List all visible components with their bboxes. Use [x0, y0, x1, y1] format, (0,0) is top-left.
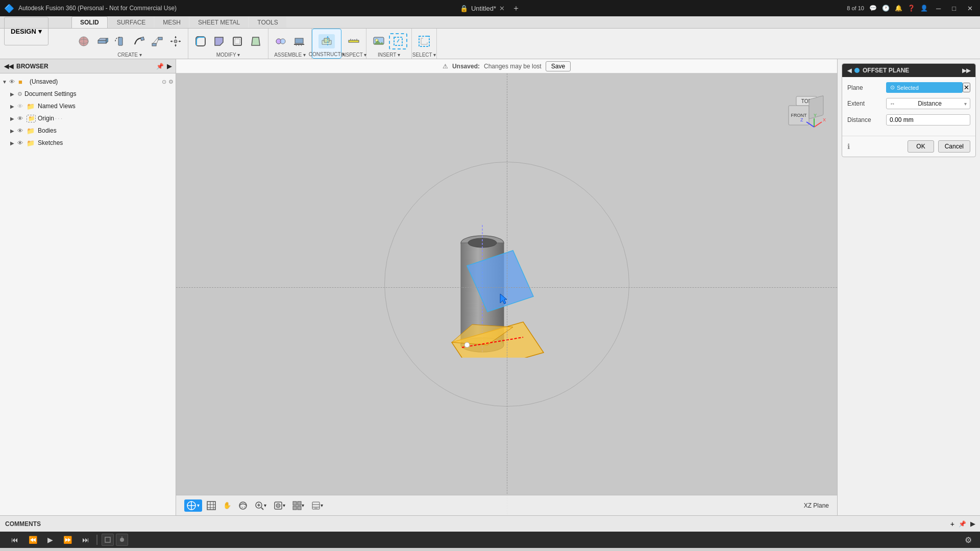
sweep-button[interactable]: [131, 34, 147, 48]
last-frame-button[interactable]: ⏭: [79, 535, 92, 545]
tree-item-sketches[interactable]: ▶ 👁 📁 Sketches: [0, 137, 176, 149]
display-mode-button[interactable]: ▾: [271, 499, 288, 512]
prev-frame-button[interactable]: ⏪: [26, 535, 40, 545]
plane-select-button[interactable]: ⊙ Selected: [886, 82, 963, 93]
revolve-button[interactable]: [112, 34, 129, 48]
tab-surface[interactable]: SURFACE: [109, 17, 154, 28]
origin-visibility-icon[interactable]: 👁: [17, 115, 26, 121]
tab-solid[interactable]: SOLID: [71, 16, 108, 28]
viewport[interactable]: ⚠ Unsaved: Changes may be lost Save: [176, 59, 837, 515]
info-icon[interactable]: ℹ: [847, 142, 850, 151]
create-section-label[interactable]: CREATE ▾: [117, 52, 142, 58]
tab-tools[interactable]: TOOLS: [249, 17, 286, 28]
chamfer-button[interactable]: [211, 34, 227, 48]
clock-icon[interactable]: 🕐: [882, 5, 890, 12]
collapse-browser-icon[interactable]: ◀◀: [4, 63, 13, 70]
file-title[interactable]: Untitled*: [471, 5, 496, 12]
minimize-button[interactable]: ─: [933, 4, 944, 13]
expand-panel-icon[interactable]: ▶▶: [962, 67, 970, 74]
plane-clear-button[interactable]: ✕: [963, 83, 970, 92]
browser-expand-icon[interactable]: ▶: [167, 63, 172, 70]
tree-item-named-views[interactable]: ▶ 👁 📁 Named Views: [0, 100, 176, 112]
help-icon[interactable]: ❓: [908, 5, 915, 12]
insert-section-label[interactable]: INSERT ▾: [378, 52, 400, 58]
add-tab-icon[interactable]: ＋: [512, 3, 520, 14]
orbit-button[interactable]: [236, 499, 250, 512]
extent-dropdown[interactable]: ↔ Distance ▾: [886, 98, 970, 109]
close-tab-icon[interactable]: ✕: [499, 5, 505, 12]
bodies-visibility-icon[interactable]: 👁: [17, 128, 26, 134]
ok-button[interactable]: OK: [908, 140, 934, 153]
new-component-button[interactable]: [76, 34, 92, 48]
grid-visibility-button[interactable]: [204, 499, 218, 512]
ground-button[interactable]: [291, 34, 307, 48]
decal-button[interactable]: [389, 33, 407, 49]
draft-button[interactable]: [248, 34, 264, 48]
browser-pin-icon[interactable]: 📌: [156, 63, 164, 70]
doc-settings-arrow[interactable]: ▶: [10, 91, 17, 97]
shell-button[interactable]: [229, 34, 246, 48]
sketches-arrow[interactable]: ▶: [10, 140, 17, 146]
user-icon[interactable]: 👤: [920, 5, 928, 12]
design-mode-button[interactable]: DESIGN ▾: [4, 17, 48, 45]
timeline-item-2[interactable]: [116, 534, 128, 546]
svg-point-14: [174, 40, 177, 43]
bodies-arrow[interactable]: ▶: [10, 128, 17, 134]
select-section-label[interactable]: SELECT ▾: [412, 52, 436, 58]
joint-button[interactable]: [273, 34, 289, 48]
named-views-arrow[interactable]: ▶: [10, 104, 17, 109]
inspect-section-label[interactable]: INSPECT ▾: [341, 52, 367, 58]
construct-section-label[interactable]: CONSTRUCT ▾: [309, 52, 345, 57]
add-comment-button[interactable]: +: [950, 520, 954, 528]
pan-button[interactable]: ✋: [220, 500, 234, 511]
plane-select-icon: ⊙: [890, 84, 895, 91]
grid-density-button[interactable]: ▾: [290, 499, 307, 512]
cancel-button[interactable]: Cancel: [938, 140, 970, 153]
named-views-visibility-icon[interactable]: 👁: [17, 103, 26, 109]
svg-marker-11: [175, 45, 177, 46]
tab-mesh[interactable]: MESH: [155, 17, 189, 28]
comments-pin-icon[interactable]: 📌: [959, 520, 966, 528]
select-button[interactable]: [416, 34, 432, 48]
fillet-button[interactable]: [192, 34, 209, 48]
zoom-button[interactable]: ▾: [252, 499, 269, 512]
assemble-section-label[interactable]: ASSEMBLE ▾: [274, 52, 306, 58]
notification-badge[interactable]: 8 of 10: [847, 5, 864, 11]
root-activate-icon[interactable]: ⊙: [162, 79, 166, 85]
offset-plane-button[interactable]: [318, 34, 335, 48]
maximize-button[interactable]: □: [949, 4, 959, 13]
chat-icon[interactable]: 💬: [869, 5, 877, 12]
root-visibility-icon[interactable]: 👁: [9, 79, 17, 85]
navigate-button[interactable]: ▾: [184, 499, 202, 512]
first-frame-button[interactable]: ⏮: [8, 535, 21, 545]
tree-item-origin[interactable]: ▶ 👁 📁 Origin · · ·: [0, 112, 176, 124]
tree-item-root[interactable]: ▼ 👁 ■ (Unsaved) ⊙ ⚙: [0, 76, 176, 88]
bell-icon[interactable]: 🔔: [895, 5, 902, 12]
tree-item-bodies[interactable]: ▶ 👁 📁 Bodies: [0, 124, 176, 137]
save-button[interactable]: Save: [546, 61, 571, 71]
loft-button[interactable]: [149, 34, 165, 48]
svg-text:Y: Y: [814, 113, 817, 118]
modify-section-label[interactable]: MODIFY ▾: [216, 52, 240, 58]
settings-button[interactable]: ⚙: [965, 535, 972, 545]
viewport-more-button[interactable]: ▾: [309, 499, 326, 512]
root-gear-icon[interactable]: ⚙: [168, 79, 174, 85]
tree-item-doc-settings[interactable]: ▶ ⚙ Document Settings: [0, 88, 176, 100]
insert-image-button[interactable]: [371, 34, 387, 48]
timeline-item-1[interactable]: [102, 534, 114, 546]
extrude-button[interactable]: [94, 34, 110, 48]
collapse-panel-icon[interactable]: ◀: [847, 67, 851, 74]
origin-arrow[interactable]: ▶: [10, 116, 17, 121]
next-frame-button[interactable]: ⏩: [60, 535, 75, 545]
root-expand-arrow[interactable]: ▼: [2, 79, 9, 85]
play-button[interactable]: ▶: [44, 535, 56, 545]
origin-folder-icon: 📁: [27, 115, 36, 122]
measure-button[interactable]: [346, 34, 362, 48]
tab-sheet-metal[interactable]: SHEET METAL: [190, 17, 248, 28]
comments-expand-icon[interactable]: ▶: [970, 520, 975, 528]
sketches-visibility-icon[interactable]: 👁: [17, 140, 26, 146]
close-button[interactable]: ✕: [964, 4, 976, 13]
move-button[interactable]: [167, 34, 184, 48]
sketches-label: Sketches: [38, 139, 63, 146]
distance-input[interactable]: [886, 114, 970, 126]
